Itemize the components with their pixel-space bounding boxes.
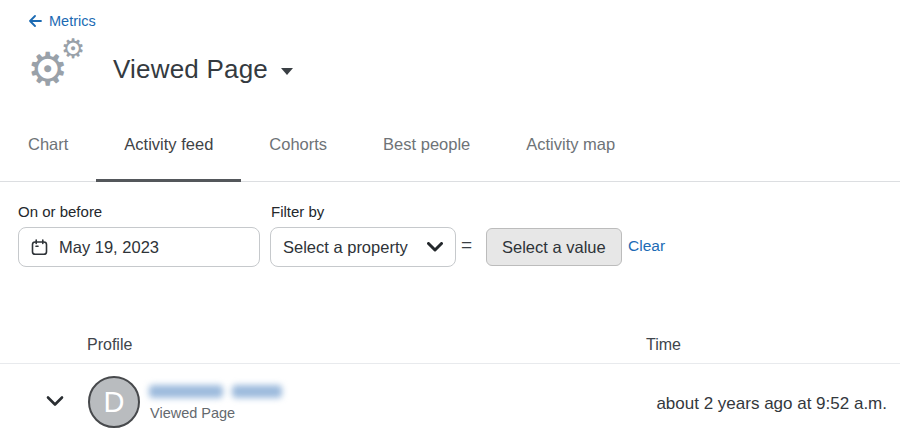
tab-best-people[interactable]: Best people xyxy=(355,125,498,181)
redacted-name-part xyxy=(232,385,282,398)
clear-filter-link[interactable]: Clear xyxy=(628,237,665,255)
expand-row-chevron-icon[interactable] xyxy=(46,395,64,407)
back-to-metrics-link[interactable]: Metrics xyxy=(28,13,96,29)
tab-activity-feed[interactable]: Activity feed xyxy=(96,125,241,181)
property-select[interactable]: Select a property xyxy=(270,227,456,267)
profile-name-redacted[interactable] xyxy=(149,385,282,398)
gear-small-icon: ⚙ xyxy=(61,36,85,63)
filter-controls: May 19, 2023 Select a property = Select … xyxy=(0,227,900,267)
tab-chart[interactable]: Chart xyxy=(0,125,96,181)
column-header-profile: Profile xyxy=(87,336,132,354)
caret-down-icon xyxy=(281,68,293,75)
property-filter-label: Filter by xyxy=(271,203,324,220)
calendar-icon xyxy=(31,239,48,256)
redacted-name-part xyxy=(149,385,223,398)
page-title: Viewed Page xyxy=(113,54,268,85)
header-divider xyxy=(0,363,900,364)
tab-bar: Chart Activity feed Cohorts Best people … xyxy=(0,125,900,182)
back-arrow-icon xyxy=(28,15,42,27)
tab-cohorts[interactable]: Cohorts xyxy=(241,125,355,181)
tab-activity-map[interactable]: Activity map xyxy=(498,125,643,181)
gears-icon: ⚙ ⚙ xyxy=(27,40,89,96)
row-event-name: Viewed Page xyxy=(150,405,235,421)
chevron-down-icon xyxy=(427,242,443,252)
row-time: about 2 years ago at 9:52 a.m. xyxy=(656,394,887,414)
date-input[interactable]: May 19, 2023 xyxy=(18,227,260,267)
property-select-value: Select a property xyxy=(283,238,408,257)
avatar: D xyxy=(88,376,140,428)
column-header-time: Time xyxy=(646,336,681,354)
date-filter-label: On or before xyxy=(18,203,102,220)
metric-title-dropdown[interactable]: Viewed Page xyxy=(113,54,293,85)
activity-feed-page: Metrics ⚙ ⚙ Viewed Page Chart Activity f… xyxy=(0,0,900,437)
select-value-button[interactable]: Select a value xyxy=(486,228,622,266)
date-input-value: May 19, 2023 xyxy=(59,238,159,257)
back-link-label: Metrics xyxy=(49,13,96,29)
equals-sign: = xyxy=(461,234,472,256)
